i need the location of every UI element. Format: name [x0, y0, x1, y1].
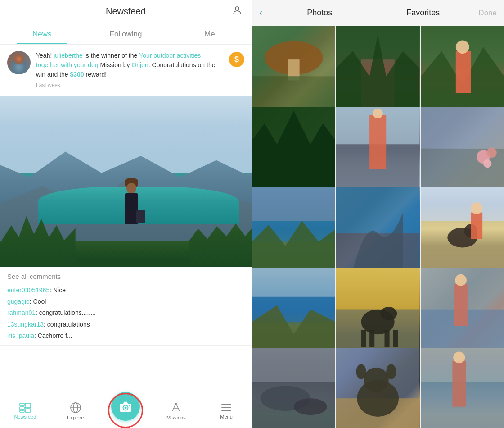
nav-newsfeed[interactable]: Newsfeed: [0, 403, 50, 419]
content-scroll: Yeah! julieberthe is the winner of the Y…: [0, 45, 252, 396]
svg-rect-1: [20, 403, 24, 406]
photo-7[interactable]: [252, 187, 335, 271]
svg-point-38: [486, 148, 496, 158]
nav-menu-label: Menu: [220, 414, 233, 419]
notification-card: Yeah! julieberthe is the winner of the Y…: [0, 45, 252, 96]
svg-point-74: [356, 364, 366, 379]
tab-bar: News Following Me: [0, 23, 252, 45]
right-panel: ‹ Photos Favorites Done: [252, 0, 504, 428]
photo-6[interactable]: [421, 107, 504, 190]
page-title: Newsfeed: [106, 6, 146, 17]
svg-point-57: [381, 307, 397, 320]
profile-icon[interactable]: [232, 5, 243, 18]
svg-rect-2: [20, 407, 24, 410]
svg-rect-3: [20, 410, 24, 412]
tab-me[interactable]: Me: [168, 23, 252, 44]
svg-rect-27: [455, 51, 470, 93]
svg-rect-35: [421, 107, 504, 149]
photo-14[interactable]: [336, 348, 419, 428]
svg-rect-43: [336, 187, 419, 233]
tab-photos[interactable]: Photos: [268, 6, 371, 19]
svg-point-69: [294, 398, 327, 415]
comment-3: rahman01: congratulations........: [7, 307, 244, 319]
svg-point-34: [373, 109, 383, 118]
svg-rect-49: [471, 212, 482, 239]
svg-point-65: [455, 274, 467, 286]
svg-rect-60: [385, 330, 390, 347]
bottom-nav: Newsfeed Explore: [0, 396, 252, 428]
post-image: [0, 96, 252, 267]
svg-point-11: [125, 407, 127, 409]
nav-camera[interactable]: [101, 401, 151, 421]
comment-5: iris_paula: Cachorro f...: [7, 330, 244, 341]
see-all-comments[interactable]: See all comments: [7, 273, 244, 285]
nav-explore[interactable]: Explore: [50, 402, 101, 420]
nav-explore-label: Explore: [67, 415, 84, 420]
svg-rect-64: [454, 284, 468, 326]
svg-rect-54: [336, 268, 419, 310]
svg-rect-78: [452, 361, 466, 407]
coin-icon: $: [229, 52, 244, 67]
comment-1: euter03051965: Nice: [7, 285, 244, 296]
svg-rect-33: [369, 115, 386, 169]
notification-text: Yeah! julieberthe is the winner of the Y…: [36, 51, 224, 89]
back-button[interactable]: ‹: [259, 7, 262, 19]
right-header: ‹ Photos Favorites Done: [252, 0, 504, 26]
nav-missions-label: Missions: [166, 415, 186, 420]
comment-2: gugagio: Cool: [7, 296, 244, 307]
svg-rect-4: [25, 403, 31, 408]
tab-news[interactable]: News: [0, 23, 84, 44]
svg-rect-45: [421, 187, 504, 221]
svg-point-0: [235, 7, 239, 10]
post-actions: See all comments euter03051965: Nice gug…: [0, 267, 252, 346]
photo-11[interactable]: [336, 268, 419, 351]
photo-9[interactable]: [421, 187, 504, 271]
nav-menu[interactable]: Menu: [201, 403, 252, 419]
svg-rect-51: [252, 268, 335, 297]
notification-time: Last week: [36, 81, 224, 89]
photo-15[interactable]: [421, 348, 504, 428]
svg-rect-58: [361, 330, 366, 347]
svg-point-73: [364, 368, 389, 393]
done-button[interactable]: Done: [478, 9, 497, 18]
photo-3[interactable]: [421, 26, 504, 109]
svg-point-13: [175, 403, 177, 405]
comment-4: 13sungkar13: congratulations: [7, 319, 244, 330]
photo-10[interactable]: [252, 268, 335, 351]
tab-favorites[interactable]: Favorites: [371, 6, 475, 19]
photo-5[interactable]: [336, 107, 419, 190]
svg-point-50: [471, 202, 482, 214]
photo-8[interactable]: [336, 187, 419, 271]
svg-point-39: [483, 159, 492, 168]
photo-2[interactable]: [336, 26, 419, 109]
svg-rect-20: [252, 76, 335, 109]
svg-point-28: [455, 41, 469, 54]
photo-grid: [252, 26, 504, 428]
tab-following[interactable]: Following: [84, 23, 167, 44]
svg-rect-40: [252, 187, 335, 221]
left-panel: Newsfeed News Following Me Yeah! juliebe…: [0, 0, 252, 428]
photo-4[interactable]: [252, 107, 335, 190]
svg-rect-59: [369, 330, 374, 347]
svg-rect-5: [25, 409, 31, 412]
svg-point-75: [387, 364, 396, 379]
right-tab-bar: Photos Favorites: [268, 6, 475, 19]
svg-rect-61: [393, 330, 398, 347]
nav-missions[interactable]: Missions: [151, 402, 201, 420]
avatar: [7, 51, 31, 74]
svg-rect-66: [252, 348, 335, 382]
nav-newsfeed-label: Newsfeed: [14, 414, 36, 419]
header: Newsfeed: [0, 0, 252, 23]
camera-button[interactable]: [111, 392, 140, 421]
photo-12[interactable]: [421, 268, 504, 351]
svg-point-79: [453, 352, 465, 364]
photo-13[interactable]: [252, 348, 335, 428]
svg-point-12: [129, 405, 130, 406]
photo-1[interactable]: [252, 26, 335, 109]
